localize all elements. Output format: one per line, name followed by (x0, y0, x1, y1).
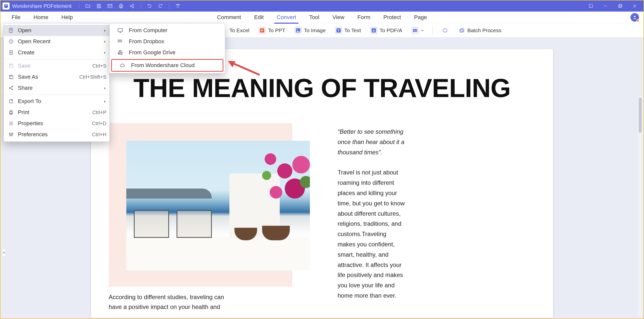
file-print-shortcut: Ctrl+P (92, 110, 106, 115)
batch-process-button[interactable]: Batch Process (455, 23, 504, 38)
svg-rect-29 (460, 29, 463, 32)
svg-text:P: P (261, 29, 263, 32)
to-excel-label: To Excel (229, 27, 249, 33)
chevron-right-icon (103, 38, 106, 45)
svg-rect-39 (10, 110, 12, 112)
maximize-button[interactable] (613, 1, 627, 12)
open-from-gdrive[interactable]: From Google Drive (110, 47, 225, 58)
open-file-icon[interactable] (83, 1, 93, 12)
menu-home[interactable]: Home (27, 12, 55, 23)
panel-expand-left[interactable] (2, 248, 6, 257)
dropbox-icon (116, 38, 125, 44)
app-title: Wondershare PDFelement (12, 3, 71, 9)
file-print[interactable]: Print Ctrl+P (4, 107, 109, 118)
svg-point-43 (12, 133, 13, 134)
tab-protect[interactable]: Protect (377, 12, 408, 23)
properties-icon (7, 121, 15, 126)
to-ppt-button[interactable]: P To PPT (255, 23, 288, 38)
svg-rect-5 (120, 4, 122, 6)
to-text-label: To Text (344, 27, 361, 33)
svg-point-42 (11, 135, 12, 136)
file-save-shortcut: Ctrl+S (92, 63, 106, 69)
svg-rect-13 (619, 5, 621, 8)
svg-point-15 (634, 16, 635, 17)
svg-rect-1 (5, 5, 7, 6)
file-export[interactable]: Export To (4, 96, 109, 107)
redo-icon[interactable] (155, 1, 166, 12)
convert-settings-button[interactable] (438, 23, 452, 38)
file-save-as-shortcut: Ctrl+Shift+S (79, 74, 106, 80)
svg-rect-2 (5, 6, 6, 6)
text-icon: T (335, 27, 342, 34)
svg-point-7 (130, 6, 131, 7)
pdf-page[interactable]: THE MEANING OF TRAVELING (91, 49, 553, 318)
to-excel-button[interactable]: To Excel (226, 23, 252, 38)
more-icon (411, 27, 419, 34)
file-open[interactable]: Open (4, 25, 109, 36)
doc-content: “Better to see something once than hear … (91, 123, 553, 301)
mail-icon[interactable] (105, 1, 115, 12)
image-icon (294, 27, 302, 34)
svg-point-41 (9, 133, 10, 134)
file-share[interactable]: Share (4, 82, 109, 94)
ppt-icon: P (258, 27, 266, 34)
scrollbar-thumb[interactable] (639, 98, 642, 133)
close-button[interactable] (628, 1, 641, 12)
share-icon[interactable] (127, 1, 137, 12)
to-pdfa-button[interactable]: A To PDF/A (367, 23, 405, 38)
to-text-button[interactable]: T To Text (332, 23, 364, 38)
tab-tool[interactable]: Tool (303, 12, 326, 23)
open-from-dropbox-label: From Dropbox (129, 38, 164, 45)
chevron-right-icon (103, 85, 106, 91)
separator (432, 26, 433, 35)
vertical-scrollbar[interactable] (638, 96, 642, 317)
file-preferences[interactable]: Preferences Ctrl+H (4, 129, 109, 140)
print-icon[interactable] (116, 1, 126, 12)
doc-quote: “Better to see something once than hear … (338, 127, 406, 157)
minimize-button[interactable] (599, 1, 612, 12)
chevron-right-icon (103, 49, 106, 56)
svg-point-8 (133, 4, 134, 5)
file-export-label: Export To (18, 98, 41, 105)
doc-image-frame (109, 123, 292, 287)
file-save-as[interactable]: Save As Ctrl+Shift+S (4, 71, 109, 82)
user-avatar[interactable] (630, 13, 639, 22)
file-open-recent[interactable]: Open Recent (4, 36, 109, 47)
tab-edit[interactable]: Edit (248, 12, 270, 23)
chevron-down-icon (421, 29, 424, 32)
customize-toolbar-icon[interactable] (173, 1, 183, 12)
open-from-wondershare-cloud[interactable]: From Wondershare Cloud (111, 59, 223, 72)
chevron-right-icon (103, 27, 106, 34)
svg-rect-40 (10, 113, 12, 115)
file-share-label: Share (18, 85, 33, 91)
file-open-label: Open (18, 27, 31, 34)
tab-convert[interactable]: Convert (270, 12, 303, 23)
file-print-label: Print (18, 109, 29, 116)
open-from-computer[interactable]: From Computer (110, 25, 225, 36)
doc-bottom-text: According to different studies, travelin… (109, 292, 229, 312)
more-convert-button[interactable] (408, 23, 427, 38)
open-from-dropbox[interactable]: From Dropbox (110, 36, 225, 47)
titlebar: Wondershare PDFelement (1, 1, 643, 12)
pdfa-icon: A (370, 27, 378, 34)
print-icon (7, 110, 15, 115)
file-properties[interactable]: Properties Ctrl+D (4, 118, 109, 129)
computer-icon (116, 27, 125, 33)
doc-text-column: “Better to see something once than hear … (338, 123, 406, 301)
tab-comment[interactable]: Comment (211, 12, 248, 23)
file-create[interactable]: Create (4, 47, 109, 58)
feedback-icon[interactable] (584, 1, 598, 12)
tab-view[interactable]: View (326, 12, 351, 23)
svg-point-35 (12, 86, 13, 87)
menu-file[interactable]: File (5, 12, 27, 23)
undo-icon[interactable] (144, 1, 154, 12)
to-image-button[interactable]: To Image (291, 23, 329, 38)
tab-form[interactable]: Form (351, 12, 377, 23)
notification-dot (636, 19, 639, 22)
file-preferences-label: Preferences (18, 131, 48, 138)
tab-page[interactable]: Page (408, 12, 433, 23)
svg-marker-28 (443, 28, 447, 32)
svg-rect-10 (177, 4, 179, 5)
menu-help[interactable]: Help (55, 12, 79, 23)
save-icon[interactable] (94, 1, 104, 12)
